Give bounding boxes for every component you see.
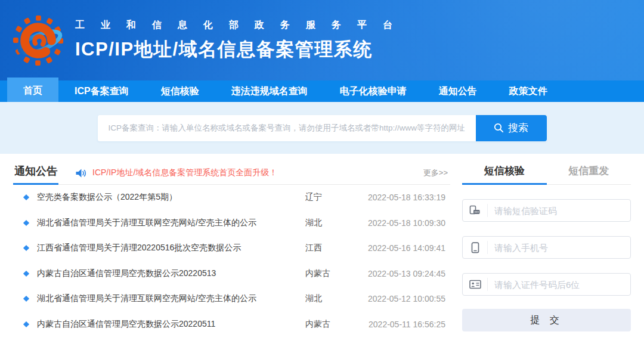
- diamond-bullet-icon: [23, 194, 29, 200]
- announcement-datetime: 2022-05-11 16:56:25: [368, 320, 450, 329]
- nav-item-e-verify-apply[interactable]: 电子化核验申请: [324, 80, 423, 102]
- diamond-bullet-icon: [23, 271, 29, 277]
- announcement-title[interactable]: 湖北省通信管理局关于清理互联网空壳网站/空壳主体的公示: [37, 218, 305, 228]
- sms-tabs: 短信核验 短信重发: [462, 162, 631, 185]
- search-button-label: 搜索: [508, 121, 528, 135]
- nav-item-sms-verify[interactable]: 短信核验: [145, 80, 215, 102]
- speaker-icon: [75, 168, 86, 178]
- announcement-datetime: 2022-05-18 16:33:19: [368, 193, 450, 202]
- announcement-row[interactable]: 内蒙古自治区通信管理局空壳数据公示20220511 内蒙古 2022-05-11…: [13, 312, 450, 337]
- announcement-province: 江西: [305, 243, 368, 253]
- submit-button[interactable]: 提 交: [462, 309, 631, 331]
- diamond-bullet-icon: [23, 296, 29, 302]
- sms-panel: 短信核验 短信重发: [462, 162, 631, 337]
- announcement-title[interactable]: 内蒙古自治区通信管理局空壳数据公示20220513: [37, 268, 305, 279]
- main-content: 通知公告 ICP/IP地址/域名信息备案管理系统首页全面升级！ 更多>> 空壳类…: [0, 154, 644, 337]
- announcement-row[interactable]: 湖北省通信管理局关于清理互联网空壳网站/空壳主体的公示 湖北 2022-05-1…: [13, 210, 450, 236]
- announcement-datetime: 2022-05-16 14:09:41: [368, 243, 450, 253]
- main-nav: 首页 ICP备案查询 短信核验 违法违规域名查询 电子化核验申请 通知公告 政策…: [0, 80, 644, 102]
- phone-input[interactable]: [488, 243, 630, 253]
- announcement-province: 湖北: [305, 293, 368, 304]
- search-button[interactable]: 搜索: [476, 115, 547, 141]
- announcement-province: 内蒙古: [305, 319, 368, 330]
- page-header: 工业和信息化部政务服务平台 ICP/IP地址/域名信息备案管理系统: [0, 0, 644, 80]
- announcement-province: 辽宁: [305, 192, 368, 203]
- nav-item-icp-query[interactable]: ICP备案查询: [58, 80, 145, 102]
- diamond-bullet-icon: [23, 245, 29, 251]
- announcement-list: 空壳类备案数据公示（2022年第5期） 辽宁 2022-05-18 16:33:…: [13, 185, 450, 337]
- announcement-title[interactable]: 空壳类备案数据公示（2022年第5期）: [37, 192, 305, 203]
- search-section: 搜索: [0, 102, 644, 154]
- miit-logo-icon: [12, 14, 64, 67]
- id-card-icon: [463, 278, 488, 291]
- portal-subtitle: 工业和信息化部政务服务平台: [75, 19, 408, 32]
- search-icon: [494, 123, 504, 133]
- announcement-datetime: 2022-05-18 10:09:30: [368, 218, 450, 228]
- announcements-title: 通知公告: [13, 162, 58, 185]
- diamond-bullet-icon: [23, 220, 29, 226]
- nav-item-home[interactable]: 首页: [7, 78, 58, 102]
- diamond-bullet-icon: [23, 321, 29, 327]
- sms-code-field: [462, 199, 631, 222]
- announcement-datetime: 2022-05-13 09:24:45: [368, 269, 450, 278]
- phone-icon: [463, 241, 488, 254]
- announcement-title[interactable]: 江西省通信管理局关于清理20220516批次空壳数据公示: [37, 243, 305, 253]
- nav-item-policy-files[interactable]: 政策文件: [493, 80, 564, 102]
- more-link[interactable]: 更多>>: [423, 168, 448, 178]
- announcement-title[interactable]: 内蒙古自治区通信管理局空壳数据公示20220511: [37, 319, 305, 330]
- phone-field: [462, 236, 631, 259]
- announcements-panel: 通知公告 ICP/IP地址/域名信息备案管理系统首页全面升级！ 更多>> 空壳类…: [13, 162, 450, 337]
- tab-sms-resend[interactable]: 短信重发: [547, 162, 631, 185]
- announcements-header: 通知公告 ICP/IP地址/域名信息备案管理系统首页全面升级！ 更多>>: [13, 162, 450, 185]
- sms-code-input[interactable]: [488, 206, 630, 216]
- page-title: ICP/IP地址/域名信息备案管理系统: [75, 37, 408, 62]
- search-input[interactable]: [98, 115, 476, 141]
- announcement-province: 内蒙古: [305, 268, 368, 279]
- nav-item-announcements[interactable]: 通知公告: [423, 80, 493, 102]
- announcement-datetime: 2022-05-12 10:00:55: [368, 294, 450, 303]
- tab-sms-verify[interactable]: 短信核验: [462, 162, 547, 185]
- id-card-input[interactable]: [488, 280, 630, 290]
- announcement-province: 湖北: [305, 218, 368, 228]
- announcement-row[interactable]: 内蒙古自治区通信管理局空壳数据公示20220513 内蒙古 2022-05-13…: [13, 261, 450, 287]
- announcement-row[interactable]: 空壳类备案数据公示（2022年第5期） 辽宁 2022-05-18 16:33:…: [13, 185, 450, 210]
- id-card-field: [462, 273, 631, 296]
- nav-item-illegal-domain-query[interactable]: 违法违规域名查询: [215, 80, 324, 102]
- announcement-row[interactable]: 湖北省通信管理局关于清理互联网空壳网站/空壳主体的公示 湖北 2022-05-1…: [13, 286, 450, 312]
- announcement-title[interactable]: 湖北省通信管理局关于清理互联网空壳网站/空壳主体的公示: [37, 293, 305, 304]
- sms-code-icon: [463, 204, 488, 217]
- search-box: 搜索: [98, 115, 547, 141]
- announcement-row[interactable]: 江西省通信管理局关于清理20220516批次空壳数据公示 江西 2022-05-…: [13, 235, 450, 261]
- announcement-headline-link[interactable]: ICP/IP地址/域名信息备案管理系统首页全面升级！: [92, 168, 277, 178]
